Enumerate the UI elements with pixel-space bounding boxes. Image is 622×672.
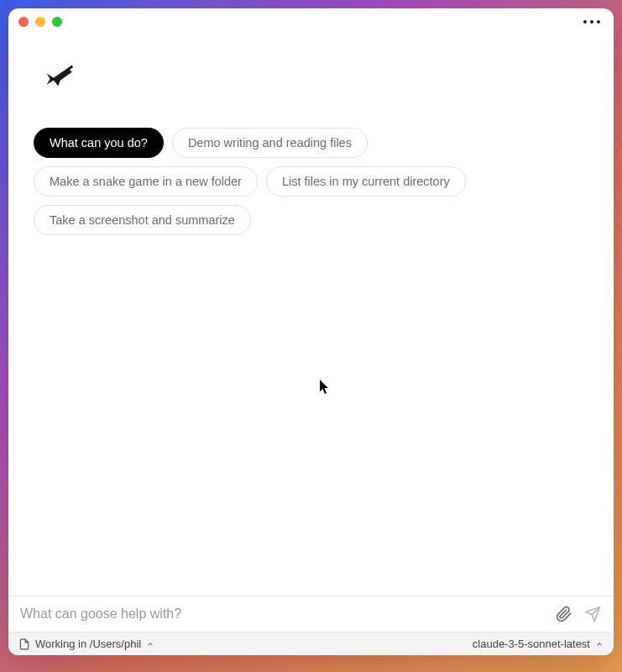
chat-area [34, 252, 588, 587]
titlebar [8, 8, 614, 35]
working-dir-selector[interactable]: Working in /Users/phil [18, 638, 154, 650]
main-content: What can you do? Demo writing and readin… [8, 35, 614, 596]
send-icon [584, 606, 601, 622]
maximize-window-button[interactable] [52, 17, 62, 27]
status-bar: Working in /Users/phil claude-3-5-sonnet… [8, 632, 614, 655]
suggestion-chip[interactable]: List files in my current directory [266, 166, 466, 197]
chevron-up-icon [146, 640, 154, 648]
minimize-window-button[interactable] [35, 17, 45, 27]
dot-icon [590, 20, 593, 24]
window-controls [18, 17, 62, 27]
document-icon [18, 638, 30, 650]
model-selector[interactable]: claude-3-5-sonnet-latest [473, 638, 604, 650]
prompt-input[interactable] [20, 606, 546, 622]
dot-icon [583, 20, 587, 24]
attach-button[interactable] [555, 605, 573, 623]
working-dir-label: Working in /Users/phil [35, 638, 141, 650]
suggestion-chip[interactable]: Demo writing and reading files [172, 128, 368, 158]
suggestion-chip[interactable]: What can you do? [34, 128, 164, 158]
suggestion-chips: What can you do? Demo writing and readin… [34, 128, 588, 235]
app-window: What can you do? Demo writing and readin… [8, 8, 614, 655]
model-label: claude-3-5-sonnet-latest [473, 638, 590, 650]
mouse-cursor-icon [319, 380, 331, 395]
input-actions [555, 605, 602, 623]
suggestion-chip[interactable]: Make a snake game in a new folder [34, 166, 258, 197]
goose-logo-icon [42, 60, 79, 97]
input-bar [8, 596, 614, 632]
dot-icon [597, 20, 600, 24]
more-menu-button[interactable] [580, 17, 604, 27]
paperclip-icon [556, 606, 572, 622]
send-button[interactable] [583, 605, 602, 623]
chevron-up-icon [595, 640, 604, 648]
close-window-button[interactable] [18, 17, 29, 27]
suggestion-chip[interactable]: Take a screenshot and summarize [34, 205, 251, 235]
